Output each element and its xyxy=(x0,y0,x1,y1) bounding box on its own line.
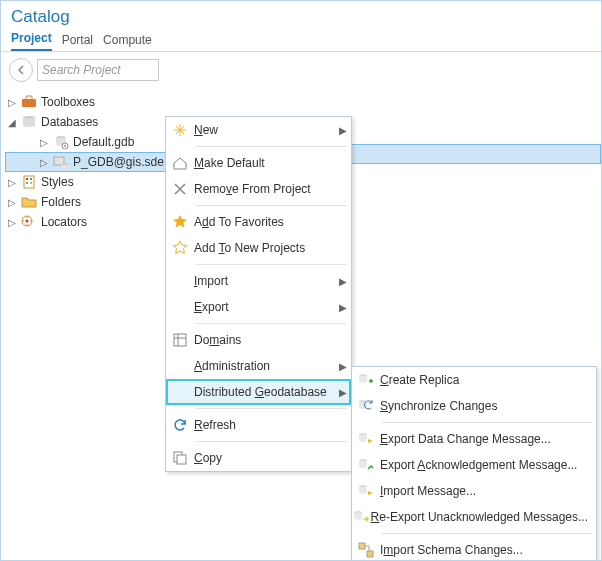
menu-domains[interactable]: Domains xyxy=(166,327,351,353)
separator xyxy=(196,205,347,206)
separator xyxy=(196,441,347,442)
styles-icon xyxy=(21,174,37,190)
create-replica-icon xyxy=(358,372,374,388)
menu-new[interactable]: New ▶ xyxy=(166,117,351,143)
menu-import-schema-changes[interactable]: Import Schema Changes... xyxy=(352,537,596,561)
chevron-right-icon: ▶ xyxy=(335,361,351,372)
sde-gdb-icon xyxy=(53,154,69,170)
tab-compute[interactable]: Compute xyxy=(103,31,152,51)
star-icon xyxy=(172,214,188,230)
sync-icon xyxy=(358,398,374,414)
tree-label: Default.gdb xyxy=(73,135,134,149)
separator xyxy=(382,533,592,534)
menu-export-data-change-message[interactable]: Export Data Change Message... xyxy=(352,426,596,452)
back-button[interactable] xyxy=(9,58,33,82)
menu-administration[interactable]: Administration ▶ xyxy=(166,353,351,379)
tree-label: P_GDB@gis.sde xyxy=(73,155,164,169)
svg-rect-9 xyxy=(30,178,32,180)
tree-label: Databases xyxy=(41,115,98,129)
svg-rect-8 xyxy=(26,178,28,180)
chevron-right-icon: ▶ xyxy=(335,125,351,136)
separator xyxy=(196,146,347,147)
menu-distributed-geodatabase[interactable]: Distributed Geodatabase ▶ xyxy=(166,379,351,405)
import-msg-icon xyxy=(358,483,374,499)
menu-add-to-new-projects[interactable]: Add To New Projects xyxy=(166,235,351,261)
context-menu-database: New ▶ Make Default Remove From Project A… xyxy=(165,116,352,472)
copy-icon xyxy=(173,451,187,465)
tree-label: Toolboxes xyxy=(41,95,95,109)
menu-import-message[interactable]: Import Message... xyxy=(352,478,596,504)
separator xyxy=(382,422,592,423)
toolbox-icon xyxy=(21,94,37,110)
arrow-left-icon xyxy=(16,65,26,75)
svg-rect-11 xyxy=(30,182,32,184)
tree-label: Locators xyxy=(41,215,87,229)
remove-icon xyxy=(173,182,187,196)
svg-rect-7 xyxy=(24,176,34,188)
tabs: Project Portal Compute xyxy=(1,29,601,52)
menu-reexport-unack-messages[interactable]: Re-Export Unacknowledged Messages... xyxy=(352,504,596,530)
menu-refresh[interactable]: Refresh xyxy=(166,412,351,438)
tree-label: Styles xyxy=(41,175,74,189)
project-tree: ▷ Toolboxes ◢ Databases ▷ Default.gdb ▷ … xyxy=(1,88,167,561)
gdb-icon xyxy=(53,134,69,150)
separator xyxy=(196,264,347,265)
chevron-right-icon: ▶ xyxy=(335,387,351,398)
menu-remove-from-project[interactable]: Remove From Project xyxy=(166,176,351,202)
svg-rect-16 xyxy=(177,455,186,464)
svg-rect-24 xyxy=(367,551,373,557)
folder-icon xyxy=(21,194,37,210)
menu-create-replica[interactable]: Create Replica xyxy=(352,367,596,393)
new-icon xyxy=(172,122,188,138)
locator-icon xyxy=(21,214,37,230)
star-new-icon xyxy=(172,240,188,256)
database-icon xyxy=(21,114,37,130)
tree-node-default-gdb[interactable]: ▷ Default.gdb xyxy=(5,132,167,152)
menu-export[interactable]: Export ▶ xyxy=(166,294,351,320)
domains-icon xyxy=(173,333,187,347)
refresh-icon xyxy=(173,418,187,432)
tree-node-styles[interactable]: ▷ Styles xyxy=(5,172,167,192)
tree-node-locators[interactable]: ▷ Locators xyxy=(5,212,167,232)
tree-node-p-gdb[interactable]: ▷ P_GDB@gis.sde xyxy=(5,152,167,172)
menu-export-ack-message[interactable]: Export Acknowledgement Message... xyxy=(352,452,596,478)
submenu-distributed-geodatabase: Create Replica Synchronize Changes Expor… xyxy=(351,366,597,561)
menu-import[interactable]: Import ▶ xyxy=(166,268,351,294)
svg-rect-23 xyxy=(359,543,365,549)
catalog-title: Catalog xyxy=(1,1,601,29)
search-input[interactable]: Search Project xyxy=(37,59,159,81)
menu-make-default[interactable]: Make Default xyxy=(166,150,351,176)
schema-import-icon xyxy=(358,542,374,558)
tree-node-toolboxes[interactable]: ▷ Toolboxes xyxy=(5,92,167,112)
svg-point-13 xyxy=(26,220,29,223)
chevron-right-icon: ▶ xyxy=(335,276,351,287)
tab-project[interactable]: Project xyxy=(11,29,52,51)
separator xyxy=(196,408,347,409)
svg-rect-14 xyxy=(174,334,186,346)
menu-add-to-favorites[interactable]: Add To Favorites xyxy=(166,209,351,235)
tree-node-folders[interactable]: ▷ Folders xyxy=(5,192,167,212)
tree-label: Folders xyxy=(41,195,81,209)
reexport-icon xyxy=(353,509,369,525)
ack-icon xyxy=(358,457,374,473)
svg-rect-10 xyxy=(26,182,28,184)
menu-synchronize-changes[interactable]: Synchronize Changes xyxy=(352,393,596,419)
export-msg-icon xyxy=(358,431,374,447)
chevron-right-icon: ▶ xyxy=(335,302,351,313)
menu-copy[interactable]: Copy xyxy=(166,445,351,471)
separator xyxy=(196,323,347,324)
tab-portal[interactable]: Portal xyxy=(62,31,93,51)
home-icon xyxy=(172,155,188,171)
tree-node-databases[interactable]: ◢ Databases xyxy=(5,112,167,132)
